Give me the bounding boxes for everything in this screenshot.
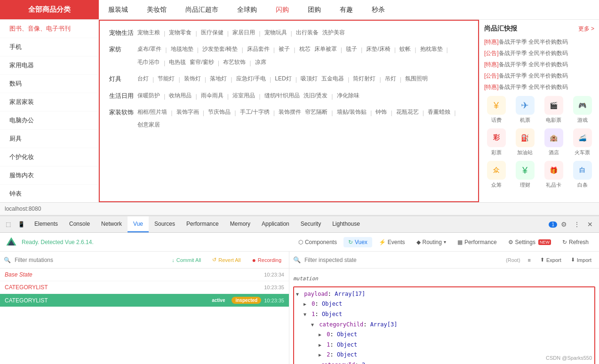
right-more[interactable]: 更多 > <box>578 25 594 33</box>
news-item-3[interactable]: [特惠]备战开学季 全民半价购数码 <box>484 60 594 69</box>
commit-all-button[interactable]: ↓ Commit All <box>168 256 205 264</box>
devtools-close-icon[interactable]: ✕ <box>583 218 597 231</box>
home-link-9[interactable]: 床垫/床椅 <box>366 44 390 55</box>
sidebar-item-computer[interactable]: 电脑办公 <box>0 111 98 130</box>
nav-item-fun[interactable]: 有趣 <box>330 0 362 19</box>
vue-tool-settings[interactable]: ⚙ Settings NEW <box>503 237 556 247</box>
deco-link-9[interactable]: 花瓶花艺 <box>396 107 419 118</box>
light-link-10[interactable]: 吊灯 <box>385 74 396 85</box>
sidebar-item-personal[interactable]: 个护化妆 <box>0 148 98 166</box>
icon-train[interactable]: 🚄 火车票 <box>570 128 594 156</box>
export-button[interactable]: ⬆ Export <box>536 255 565 264</box>
vue-tool-routing[interactable]: ◆ Routing ▾ <box>412 237 451 247</box>
deco-link-10[interactable]: 香薰蜡烛 <box>428 107 450 118</box>
vue-tool-performance[interactable]: ▦ Performance <box>453 237 502 247</box>
light-link-8[interactable]: 五金电器 <box>321 74 344 85</box>
home-link-15[interactable]: 布艺软饰 <box>223 57 246 68</box>
filter-icon-btn[interactable]: ≡ <box>524 256 535 264</box>
daily-link-2[interactable]: 收纳用品 <box>169 91 192 102</box>
sidebar-item-clothing[interactable]: 服饰内衣 <box>0 166 98 185</box>
icon-gas[interactable]: ⛽ 加油站 <box>513 128 537 156</box>
nav-item-global[interactable]: 全球购 <box>228 0 266 19</box>
news-item-5[interactable]: [特惠]备战开学季 全民半价购数码 <box>484 83 594 91</box>
nav-logo[interactable]: 全部商品分类 <box>0 0 99 19</box>
deco-link-4[interactable]: 手工/十字绣 <box>240 107 270 118</box>
daily-link-3[interactable]: 雨伞雨具 <box>201 91 224 102</box>
vue-tool-refresh[interactable]: ↻ Refresh <box>558 237 593 247</box>
tab-console[interactable]: Console <box>64 216 96 232</box>
recording-button[interactable]: ● Recording <box>248 255 285 265</box>
tree-node-1[interactable]: ▼ 1: Object <box>303 309 592 320</box>
devtools-inspect-icon[interactable]: ⬚ <box>2 219 14 230</box>
home-link-12[interactable]: 毛巾浴巾 <box>137 57 160 68</box>
nav-item-fashion[interactable]: 服装城 <box>99 0 137 19</box>
home-link-6[interactable]: 枕芯 <box>299 44 311 55</box>
sidebar-item-kitchen[interactable]: 厨具 <box>0 130 98 148</box>
vue-tool-vuex[interactable]: ↻ Vuex <box>343 237 372 247</box>
icon-game[interactable]: 🎮 游戏 <box>570 96 594 124</box>
home-link-8[interactable]: 毯子 <box>346 44 357 55</box>
home-link-7[interactable]: 床单被罩 <box>314 44 337 55</box>
home-link-14[interactable]: 窗帘/窗纱 <box>190 57 214 68</box>
sidebar-item-appliance[interactable]: 家用电器 <box>0 56 98 75</box>
mutation-item-1[interactable]: CATEGORYLIST 10:23:35 <box>0 281 289 294</box>
pet-link-7[interactable]: 洗护美容 <box>322 28 345 39</box>
deco-link-6[interactable]: 帘艺隔断 <box>305 107 327 118</box>
daily-link-4[interactable]: 浴室用品 <box>232 91 255 102</box>
tab-lighthouse[interactable]: Lighthouse <box>327 216 366 232</box>
tab-vue[interactable]: Vue <box>128 216 149 232</box>
pet-link-6[interactable]: 出行装备 <box>296 28 319 39</box>
icon-movie[interactable]: 🎬 电影票 <box>542 96 566 124</box>
nav-item-group[interactable]: 团购 <box>298 0 330 19</box>
deco-link-1[interactable]: 相框/照片墙 <box>137 107 167 118</box>
home-link-1[interactable]: 桌布/罩件 <box>137 44 161 55</box>
sidebar-item-watch[interactable]: 钟表 <box>0 185 98 202</box>
mutation-item-base[interactable]: Base State 10:23:34 <box>0 269 289 281</box>
nav-item-sale[interactable]: 秒杀 <box>362 0 394 19</box>
pet-link-2[interactable]: 宠物零食 <box>169 28 192 39</box>
daily-link-5[interactable]: 缝纫/针织用品 <box>264 91 300 102</box>
mutation-item-2[interactable]: CATEGORYLIST active inspected 10:23:35 <box>0 294 289 307</box>
news-item-4[interactable]: [公告]备战开学季 全民半价购数码 <box>484 71 594 80</box>
icon-gift[interactable]: 🎁 礼品卡 <box>542 161 566 189</box>
pet-link-5[interactable]: 宠物玩具 <box>264 28 287 39</box>
tab-network[interactable]: Network <box>96 216 128 232</box>
tree-node-cc0[interactable]: ▶ 0: Object <box>319 330 592 340</box>
home-link-2[interactable]: 地毯地垫 <box>171 44 193 55</box>
tab-performance[interactable]: Performance <box>181 216 224 232</box>
home-link-11[interactable]: 抱枕靠垫 <box>420 44 443 55</box>
icon-phone-bill[interactable]: ¥ 话费 <box>484 96 508 124</box>
tree-node-categoryChild[interactable]: ▼ categoryChild: Array[3] <box>311 320 592 330</box>
daily-link-7[interactable]: 净化除味 <box>337 91 359 102</box>
tab-elements[interactable]: Elements <box>29 216 64 232</box>
deco-link-2[interactable]: 装饰字画 <box>176 107 199 118</box>
devtools-more-icon[interactable]: ⋮ <box>570 218 583 231</box>
tab-security[interactable]: Security <box>295 216 327 232</box>
home-link-13[interactable]: 电热毯 <box>169 57 186 68</box>
icon-flight[interactable]: ✈ 机票 <box>513 96 537 124</box>
nav-item-supermarket[interactable]: 尚品汇超市 <box>176 0 228 19</box>
tab-application[interactable]: Application <box>256 216 295 232</box>
news-item-1[interactable]: [特惠]备战开学季 全民半价购数码 <box>484 38 594 46</box>
tab-memory[interactable]: Memory <box>224 216 256 232</box>
pet-link-1[interactable]: 宠物主粮 <box>137 28 160 39</box>
light-link-7[interactable]: 吸顶灯 <box>301 74 318 85</box>
tree-node-0[interactable]: ▶ 0: Object <box>303 299 592 309</box>
vue-tool-events[interactable]: ⚡ Events <box>374 237 410 247</box>
home-link-5[interactable]: 被子 <box>279 44 290 55</box>
news-item-2[interactable]: [公告]备战开学季 全民半价购数码 <box>484 49 594 57</box>
icon-finance[interactable]: ¥ 理财 <box>513 161 537 189</box>
light-link-6[interactable]: LED灯 <box>275 74 291 85</box>
light-link-9[interactable]: 筒灯射灯 <box>353 74 375 85</box>
light-link-2[interactable]: 节能灯 <box>158 74 175 85</box>
icon-lottery[interactable]: 彩 彩票 <box>484 128 508 156</box>
deco-link-11[interactable]: 创意家居 <box>137 120 160 130</box>
mutations-search-input[interactable] <box>15 257 164 263</box>
sidebar-item-books[interactable]: 图书、音像、电子书刊 <box>0 20 98 38</box>
home-link-3[interactable]: 沙发垫套/椅垫 <box>202 44 238 55</box>
daily-link-6[interactable]: 洗旧/烫发 <box>303 91 327 102</box>
icon-baitiao[interactable]: 白 白条 <box>570 161 594 189</box>
tab-sources[interactable]: Sources <box>149 216 181 232</box>
nav-item-flash[interactable]: 闪购 <box>266 0 298 19</box>
pet-link-4[interactable]: 家居日用 <box>232 28 255 39</box>
